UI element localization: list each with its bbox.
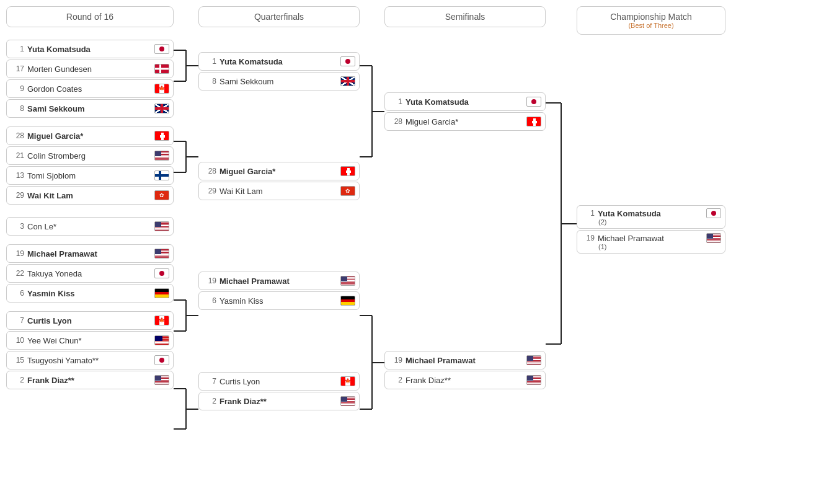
connector-r16-qf	[174, 40, 198, 410]
sf-p3[interactable]: 19 Michael Pramawat	[384, 351, 546, 369]
r16-header: Round of 16	[6, 6, 174, 27]
sf-label: Semifinals	[445, 12, 485, 22]
qf-flag-hk: ✿	[340, 186, 355, 196]
bracket-lines-r16	[174, 40, 198, 504]
r16-p4[interactable]: 8 Sami Sekkoum	[6, 99, 174, 118]
champ-flag-jp	[706, 208, 721, 218]
qf-p6[interactable]: 6 Yasmin Kiss	[198, 291, 360, 310]
r16-match4: 13 Tomi Sjoblom 29 Wai Kit Lam ✿	[6, 166, 174, 205]
qf-flag-ca: 🍁	[340, 376, 355, 386]
qf-match2: 28 Miguel Garcia* 29 Wai Kit Lam ✿	[198, 162, 360, 200]
bracket-container: Round of 16 1 Yuta Komatsuda 17 Morten G…	[0, 0, 829, 417]
sf-match1: 1 Yuta Komatsuda 28 Miguel Garcia*	[384, 92, 546, 131]
champ-match: 1 Yuta Komatsuda (2) 19 Michael Pramawat…	[577, 205, 725, 254]
bracket-lines-sf	[546, 40, 577, 504]
qf-flag-jp	[340, 56, 355, 66]
flag-us-3	[154, 249, 169, 259]
r16-match6: 19 Michael Pramawat 22 Takuya Yoneda	[6, 244, 174, 283]
sf-flag-us-2	[526, 375, 541, 385]
qf-p2[interactable]: 8 Sami Sekkoum	[198, 72, 360, 91]
r16-match5: 3 Con Le*	[6, 217, 174, 236]
r16-match8: 7 Curtis Lyon 🍁 10 Yee Wei Chun*	[6, 311, 174, 350]
r16-p3[interactable]: 9 Gordon Coates 🍁	[6, 79, 174, 98]
sf-flag-us-1	[526, 355, 541, 365]
r16-p9[interactable]: 3 Con Le*	[6, 217, 174, 236]
qf-flag-us-1	[340, 276, 355, 286]
qf-label: Quarterfinals	[254, 12, 304, 22]
r16-p2[interactable]: 17 Morten Gundesen	[6, 60, 174, 78]
r16-p8[interactable]: 29 Wai Kit Lam ✿	[6, 186, 174, 205]
qf-p1[interactable]: 1 Yuta Komatsuda	[198, 52, 360, 71]
flag-ca: 🍁	[154, 84, 169, 94]
qf-p4[interactable]: 29 Wai Kit Lam ✿	[198, 182, 360, 200]
r16-p12[interactable]: 6 Yasmin Kiss	[6, 284, 174, 303]
qf-flag-gb	[340, 76, 355, 86]
flag-de	[154, 288, 169, 298]
champ-header: Championship Match (Best of Three)	[577, 6, 725, 35]
flag-gb	[154, 104, 169, 113]
r16-match1: 1 Yuta Komatsuda 17 Morten Gundesen	[6, 40, 174, 78]
flag-us-4	[154, 375, 169, 385]
champ-flag-us	[706, 233, 721, 243]
qf-p7[interactable]: 7 Curtis Lyon 🍁	[198, 372, 360, 391]
sf-flag-ch	[526, 117, 541, 126]
r16-p10[interactable]: 19 Michael Pramawat	[6, 244, 174, 263]
r16-match3: 28 Miguel Garcia* 21 Colin Stromberg	[6, 126, 174, 165]
r16-p13[interactable]: 7 Curtis Lyon 🍁	[6, 311, 174, 330]
r16-match7: 6 Yasmin Kiss	[6, 284, 174, 303]
qf-match3: 19 Michael Pramawat 6 Yasmin Kiss	[198, 272, 360, 310]
flag-jp-3	[154, 355, 169, 365]
r16-p16[interactable]: 2 Frank Diaz**	[6, 371, 174, 389]
sf-match2: 19 Michael Pramawat 2 Frank Diaz**	[384, 351, 546, 389]
flag-ch	[154, 131, 169, 141]
r16-label: Round of 16	[66, 12, 113, 22]
r16-match2: 9 Gordon Coates 🍁 8 Sami Sekkoum	[6, 79, 174, 118]
r16-p6[interactable]: 21 Colin Stromberg	[6, 146, 174, 165]
sf-p2[interactable]: 28 Miguel Garcia*	[384, 112, 546, 131]
flag-jp	[154, 44, 169, 54]
champ-label: Championship Match	[590, 12, 712, 22]
r16-p11[interactable]: 22 Takuya Yoneda	[6, 264, 174, 283]
flag-my	[154, 335, 169, 345]
sf-p4[interactable]: 2 Frank Diaz**	[384, 371, 546, 389]
qf-match4: 7 Curtis Lyon 🍁 2 Frank Diaz**	[198, 372, 360, 410]
qf-flag-us-2	[340, 396, 355, 406]
champ-sublabel: (Best of Three)	[590, 22, 712, 29]
r16-p7[interactable]: 13 Tomi Sjoblom	[6, 166, 174, 185]
qf-flag-de	[340, 296, 355, 306]
flag-hk: ✿	[154, 190, 169, 200]
qf-flag-ch	[340, 166, 355, 176]
champ-p1[interactable]: 1 Yuta Komatsuda (2)	[577, 205, 725, 229]
flag-fi	[154, 170, 169, 180]
connector-qf-sf	[360, 40, 384, 410]
flag-ca-2: 🍁	[154, 316, 169, 325]
flag-us-1	[154, 151, 169, 161]
qf-p5[interactable]: 19 Michael Pramawat	[198, 272, 360, 290]
r16-match9: 15 Tsugyoshi Yamato** 2 Frank Diaz**	[6, 351, 174, 389]
qf-match1: 1 Yuta Komatsuda 8 Sami Sekkoum	[198, 52, 360, 91]
gap1	[6, 205, 174, 217]
qf-header: Quarterfinals	[198, 6, 360, 27]
r16-p1[interactable]: 1 Yuta Komatsuda	[6, 40, 174, 58]
r16-p5[interactable]: 28 Miguel Garcia*	[6, 126, 174, 145]
connector-sf-champ	[546, 40, 577, 410]
r16-p15[interactable]: 15 Tsugyoshi Yamato**	[6, 351, 174, 369]
sf-header: Semifinals	[384, 6, 546, 27]
r16-p14[interactable]: 10 Yee Wei Chun*	[6, 331, 174, 350]
bracket-lines-qf	[360, 40, 384, 504]
qf-p3[interactable]: 28 Miguel Garcia*	[198, 162, 360, 180]
sf-p1[interactable]: 1 Yuta Komatsuda	[384, 92, 546, 111]
sf-flag-jp	[526, 97, 541, 107]
flag-jp-2	[154, 268, 169, 278]
qf-p8[interactable]: 2 Frank Diaz**	[198, 392, 360, 410]
flag-dk	[154, 64, 169, 74]
flag-us-2	[154, 221, 169, 231]
champ-p2[interactable]: 19 Michael Pramawat (1)	[577, 230, 725, 254]
